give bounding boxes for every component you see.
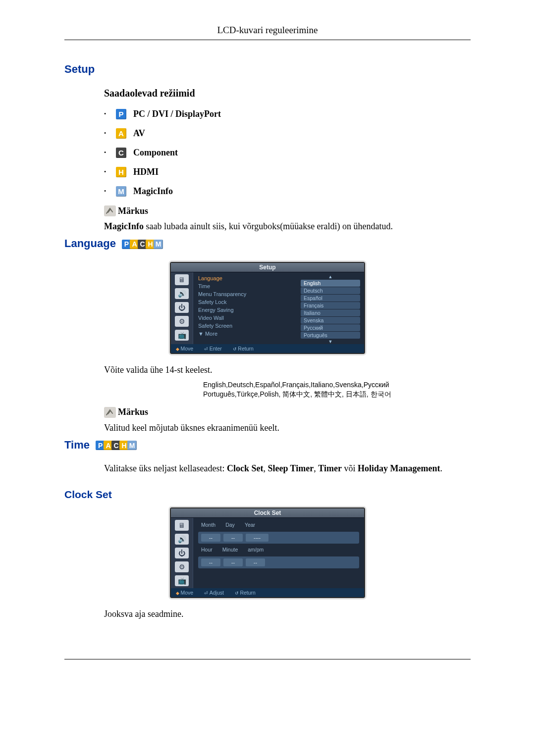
badge-a-icon: A: [116, 128, 126, 139]
note-setup-text: MagicInfo saab lubada ainult siis, kui v…: [104, 221, 471, 232]
mode-av-label: AV: [133, 128, 145, 139]
badges-language: PACHM: [122, 237, 161, 249]
clock-field-day: --: [223, 534, 243, 542]
osd-foot-adjust: Adjust: [204, 590, 224, 596]
side-icon: 🔊: [175, 534, 189, 545]
osd-item: Safety Screen: [198, 322, 297, 330]
clock-field-hour: --: [201, 558, 220, 566]
osd-title: Setup: [171, 263, 364, 272]
clockset-body: Jooksva aja seadmine.: [104, 609, 471, 619]
side-icon: ⏻: [175, 302, 189, 313]
footer-rule: [64, 659, 471, 659]
note-label: Märkus: [118, 407, 148, 417]
heading-language: Language PACHM: [64, 237, 471, 250]
side-icon: 🖥: [175, 520, 189, 531]
osd-footer: Move Enter Return: [171, 344, 364, 353]
note-setup: Märkus: [104, 205, 471, 216]
arrow-down-icon: ▼: [301, 339, 360, 344]
side-icon: 📺: [175, 330, 189, 341]
osd-side-icons: 🖥 🔊 ⏻ ⚙ 📺: [171, 518, 193, 588]
osd-value: Português: [301, 332, 360, 339]
heading-modes: Saadaolevad režiimid: [104, 88, 471, 99]
clock-field-minute: --: [223, 558, 243, 566]
side-icon: 🔊: [175, 288, 189, 299]
osd-value: Italiano: [301, 309, 360, 316]
osd-item: ▼ More: [198, 330, 297, 338]
arrow-up-icon: ▲: [301, 274, 360, 279]
language-list: English,Deutsch,Español,Français,Italian…: [203, 380, 471, 399]
osd-foot-move: Move: [176, 346, 193, 352]
osd-value: English: [301, 280, 360, 287]
language-note-text: Valitud keel mõjutab üksnes ekraanimenüü…: [104, 423, 471, 433]
side-icon: ⚙: [175, 316, 189, 327]
osd-item: Video Wall: [198, 314, 297, 322]
badges-time: PACHM: [96, 438, 135, 451]
osd-value: Español: [301, 295, 360, 302]
osd-value: Deutsch: [301, 287, 360, 294]
side-icon: 🖥: [175, 274, 189, 285]
osd-foot-return: Return: [233, 346, 254, 352]
clock-field-year: ----: [246, 534, 268, 542]
osd-value: Français: [301, 302, 360, 309]
note-language: Märkus: [104, 407, 471, 418]
badge-h-icon: H: [116, 167, 126, 177]
note-icon: [104, 407, 116, 418]
note-label: Märkus: [118, 206, 148, 216]
badge-p-icon: P: [116, 109, 126, 119]
osd-clockset: Clock Set 🖥 🔊 ⏻ ⚙ 📺 Month Day Year -- --…: [170, 507, 365, 598]
clock-field-month: --: [201, 534, 220, 542]
badge-c-icon: C: [116, 148, 126, 158]
badge-m-icon: M: [154, 240, 163, 249]
osd-clock-panel: Month Day Year -- -- ---- Hour Minute am…: [193, 518, 364, 588]
osd-item: Language: [198, 274, 297, 282]
osd-item: Energy Saving: [198, 306, 297, 314]
running-head: LCD-kuvari reguleerimine: [64, 25, 471, 40]
osd-foot-move: Move: [176, 590, 193, 596]
osd-language: Setup 🖥 🔊 ⏻ ⚙ 📺 Language Time Menu Trans…: [170, 262, 365, 354]
mode-component: C Component: [104, 148, 471, 158]
note-icon: [104, 205, 116, 216]
badge-m-icon: M: [127, 441, 137, 450]
osd-foot-return: Return: [235, 590, 256, 596]
mode-component-label: Component: [133, 148, 178, 158]
side-icon: ⚙: [175, 561, 189, 572]
mode-pc-label: PC / DVI / DisplayPort: [133, 109, 221, 119]
mode-magicinfo: M MagicInfo: [104, 186, 471, 197]
mode-av: A AV: [104, 128, 471, 139]
osd-menu: Language Time Menu Transparency Safety L…: [193, 272, 301, 344]
mode-pc: P PC / DVI / DisplayPort: [104, 109, 471, 119]
osd-side-icons: 🖥 🔊 ⏻ ⚙ 📺: [171, 272, 193, 344]
mode-magicinfo-label: MagicInfo: [133, 186, 173, 197]
osd-item: Menu Transparency: [198, 290, 297, 298]
badge-m-icon: M: [116, 186, 126, 197]
heading-setup: Setup: [64, 63, 471, 76]
osd-footer: Move Adjust Return: [171, 588, 364, 597]
osd-foot-enter: Enter: [204, 346, 222, 352]
language-body: Võite valida ühe 14-st keelest.: [104, 365, 471, 375]
osd-item: Safety Lock: [198, 298, 297, 306]
mode-hdmi: H HDMI: [104, 167, 471, 177]
osd-title: Clock Set: [171, 508, 364, 518]
osd-values: ▲ English Deutsch Español Français Itali…: [301, 272, 364, 344]
heading-time: Time PACHM: [64, 438, 471, 452]
side-icon: 📺: [175, 575, 189, 586]
clock-field-ampm: --: [246, 558, 265, 566]
osd-item: Time: [198, 282, 297, 290]
time-body: Valitakse üks neljast kellaseadest: Cloc…: [104, 463, 471, 474]
heading-clockset: Clock Set: [64, 489, 471, 501]
osd-value: Svenska: [301, 317, 360, 324]
side-icon: ⏻: [175, 548, 189, 558]
osd-value: Русский: [301, 324, 360, 331]
modes-list: P PC / DVI / DisplayPort A AV C Componen…: [104, 109, 471, 197]
mode-hdmi-label: HDMI: [133, 167, 159, 177]
